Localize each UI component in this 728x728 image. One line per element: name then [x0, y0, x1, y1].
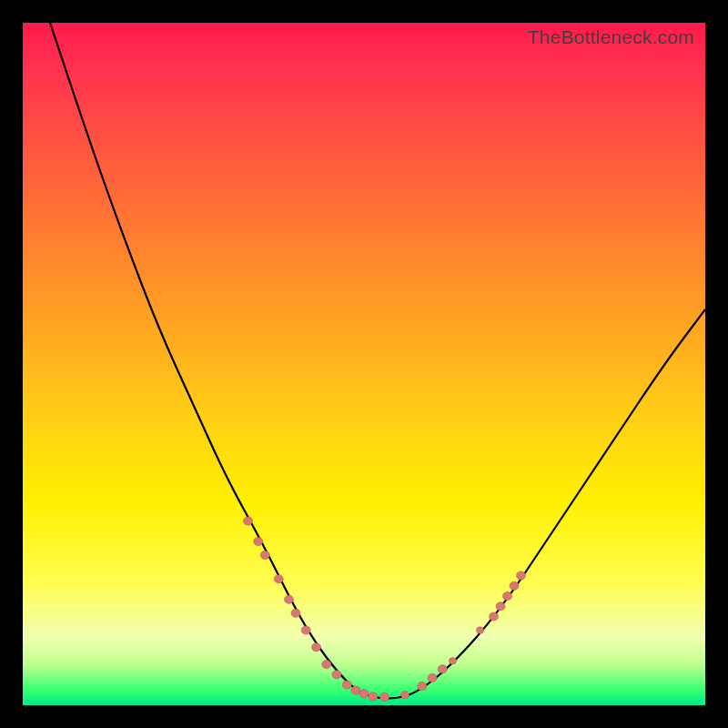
curve-marker — [418, 682, 427, 690]
watermark-text: TheBottleneck.com — [528, 26, 694, 48]
curve-marker — [380, 693, 389, 701]
curve-marker — [503, 592, 512, 600]
curve-marker — [254, 537, 263, 545]
curve-marker — [438, 665, 447, 673]
curve-marker — [260, 551, 269, 559]
curve-marker — [401, 692, 410, 699]
curve-marker — [428, 673, 437, 682]
curve-marker — [359, 690, 369, 698]
curve-marker — [517, 571, 526, 580]
bottleneck-curve-svg — [23, 23, 705, 705]
curve-marker — [450, 658, 457, 664]
curve-marker — [244, 517, 253, 525]
curve-marker — [291, 609, 300, 617]
curve-marker — [301, 626, 310, 634]
curve-marker — [351, 686, 360, 694]
curve-marker — [332, 671, 341, 679]
bottleneck-curve-line — [50, 23, 705, 699]
curve-marker — [490, 612, 499, 621]
curve-marker — [285, 595, 294, 603]
curve-marker — [496, 602, 505, 611]
curve-markers-group — [244, 517, 526, 702]
chart-plot-area: TheBottleneck.com — [23, 23, 705, 705]
curve-marker — [342, 681, 351, 689]
curve-marker — [322, 660, 331, 668]
curve-marker — [510, 581, 519, 590]
curve-marker — [477, 627, 484, 633]
curve-marker — [312, 643, 321, 652]
curve-marker — [369, 693, 378, 701]
curve-marker — [274, 575, 283, 583]
